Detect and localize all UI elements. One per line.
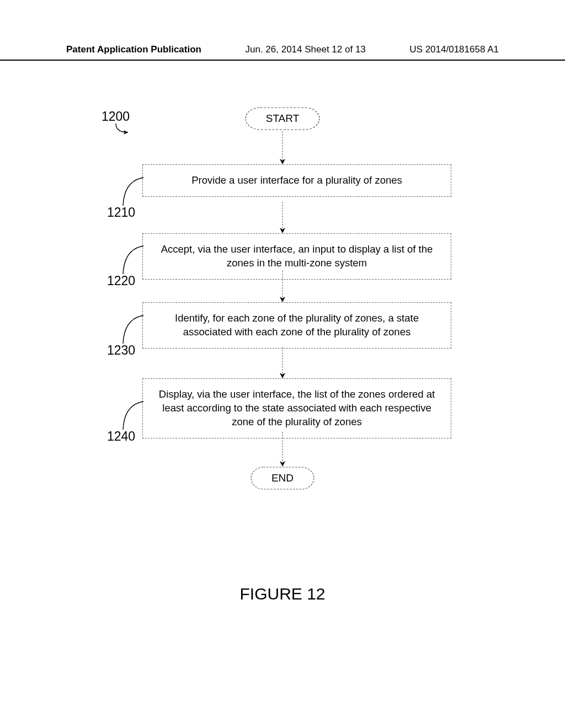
- page-header: Patent Application Publication Jun. 26, …: [0, 44, 565, 61]
- reference-label-1240: 1240: [107, 429, 135, 444]
- figure-number-label: 1200: [102, 109, 130, 124]
- flowchart-step-1230: Identify, for each zone of the plurality…: [142, 302, 451, 349]
- reference-label-1230: 1230: [107, 343, 135, 358]
- flowchart-step-1210: Provide a user interface for a plurality…: [142, 164, 451, 197]
- figure-caption: FIGURE 12: [0, 585, 565, 603]
- flowchart-step-1220: Accept, via the user interface, an input…: [142, 233, 451, 280]
- flowchart-arrow-icon: [279, 271, 286, 302]
- step-text: Identify, for each zone of the plurality…: [175, 312, 419, 338]
- flowchart-start-terminal: START: [245, 107, 321, 130]
- start-label: START: [266, 113, 300, 124]
- reference-pointer-icon: [119, 175, 146, 208]
- reference-label-1210: 1210: [107, 205, 135, 220]
- step-text: Display, via the user interface, the lis…: [159, 388, 435, 427]
- end-label: END: [271, 472, 294, 484]
- flowchart-arrow-icon: [279, 202, 286, 233]
- reference-pointer-icon: [119, 244, 146, 277]
- date-sheet: Jun. 26, 2014 Sheet 12 of 13: [245, 44, 365, 55]
- reference-label-1220: 1220: [107, 274, 135, 288]
- figure-number-pointer-icon: [111, 122, 134, 138]
- publication-number: US 2014/0181658 A1: [409, 44, 499, 55]
- flowchart-arrow-icon: [279, 432, 286, 467]
- flowchart-diagram: 1200 START Provide a user interface for …: [0, 94, 565, 513]
- flowchart-end-terminal: END: [250, 467, 315, 490]
- publication-type: Patent Application Publication: [66, 44, 201, 55]
- flowchart-arrow-icon: [279, 347, 286, 378]
- flowchart-arrow-icon: [279, 131, 286, 164]
- step-text: Provide a user interface for a plurality…: [191, 174, 402, 186]
- reference-pointer-icon: [119, 399, 146, 432]
- step-text: Accept, via the user interface, an input…: [161, 243, 433, 269]
- reference-pointer-icon: [119, 313, 146, 346]
- flowchart-step-1240: Display, via the user interface, the lis…: [142, 378, 451, 438]
